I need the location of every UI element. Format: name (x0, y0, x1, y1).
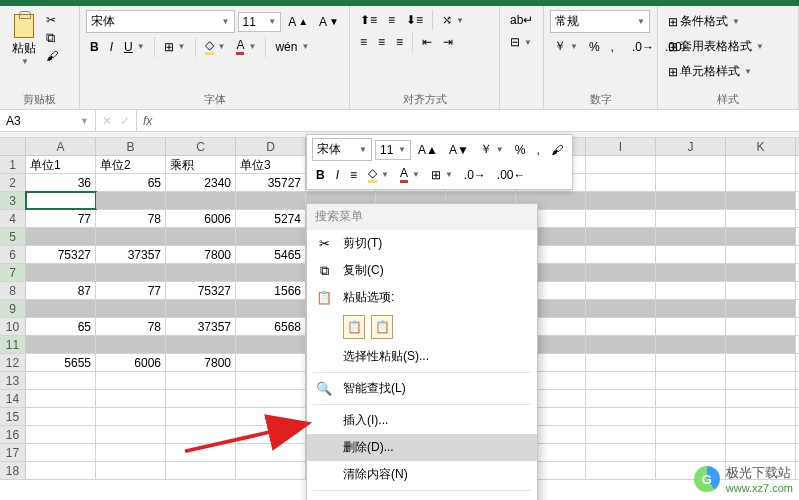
mini-font-color-icon[interactable]: A▼ (396, 163, 424, 186)
cell[interactable] (166, 426, 236, 443)
cell[interactable] (726, 156, 796, 173)
cell[interactable] (166, 444, 236, 461)
paste-option-2-icon[interactable]: 📋 (371, 315, 393, 339)
cell[interactable]: 35727 (236, 174, 306, 191)
menu-clear[interactable]: 清除内容(N) (307, 461, 537, 488)
cell[interactable]: 77 (96, 282, 166, 299)
copy-icon[interactable]: ⧉ (46, 30, 58, 46)
cell[interactable] (586, 318, 656, 335)
increase-font-icon[interactable]: A▲ (284, 12, 312, 32)
cell[interactable] (726, 228, 796, 245)
cell[interactable] (96, 300, 166, 317)
bold-button[interactable]: B (86, 37, 103, 57)
col-header[interactable]: B (96, 138, 166, 155)
cell[interactable] (26, 192, 96, 209)
enter-icon[interactable]: ✓ (120, 114, 130, 128)
cell[interactable] (656, 390, 726, 407)
cell[interactable] (586, 408, 656, 425)
cell[interactable] (26, 426, 96, 443)
cell[interactable] (166, 192, 236, 209)
cell[interactable] (586, 462, 656, 479)
mini-comma-icon[interactable]: , (532, 140, 543, 160)
cell[interactable] (586, 174, 656, 191)
cell[interactable]: 37357 (166, 318, 236, 335)
cell[interactable] (656, 246, 726, 263)
indent-right-icon[interactable]: ⇥ (439, 32, 457, 52)
cell[interactable] (166, 408, 236, 425)
cell[interactable] (236, 228, 306, 245)
row-header[interactable]: 6 (0, 246, 26, 263)
indent-left-icon[interactable]: ⇤ (418, 32, 436, 52)
cell[interactable] (586, 372, 656, 389)
cell[interactable] (26, 300, 96, 317)
cell[interactable] (586, 210, 656, 227)
cell[interactable]: 37357 (96, 246, 166, 263)
cell[interactable] (656, 408, 726, 425)
mini-dec1-icon[interactable]: .0→ (460, 165, 490, 185)
cell[interactable] (726, 354, 796, 371)
cell[interactable] (166, 390, 236, 407)
cell[interactable] (586, 156, 656, 173)
cell[interactable] (166, 336, 236, 353)
cell[interactable] (726, 282, 796, 299)
cell[interactable]: 65 (26, 318, 96, 335)
decrease-font-icon[interactable]: A▼ (315, 12, 343, 32)
cell[interactable] (656, 210, 726, 227)
cell[interactable] (236, 300, 306, 317)
cell[interactable]: 7800 (166, 354, 236, 371)
cell[interactable] (96, 192, 166, 209)
menu-smart-lookup[interactable]: 🔍智能查找(L) (307, 375, 537, 402)
cell[interactable] (26, 372, 96, 389)
merge-button[interactable]: ⊟▼ (506, 32, 536, 52)
paste-option-1-icon[interactable]: 📋 (343, 315, 365, 339)
cell[interactable] (96, 336, 166, 353)
cell[interactable] (656, 156, 726, 173)
row-header[interactable]: 13 (0, 372, 26, 389)
mini-fill-icon[interactable]: ◇▼ (364, 163, 393, 186)
cell[interactable] (26, 264, 96, 281)
align-bottom-icon[interactable]: ⬇≡ (402, 10, 427, 30)
cell[interactable] (726, 210, 796, 227)
cell[interactable] (166, 462, 236, 479)
cell[interactable] (236, 192, 306, 209)
align-top-icon[interactable]: ⬆≡ (356, 10, 381, 30)
cell[interactable] (96, 462, 166, 479)
comma-button[interactable]: , (607, 37, 618, 57)
phonetic-button[interactable]: wén▼ (271, 37, 313, 57)
cell[interactable] (656, 174, 726, 191)
cell[interactable]: 87 (26, 282, 96, 299)
cell[interactable] (96, 444, 166, 461)
cell[interactable]: 75327 (26, 246, 96, 263)
cell[interactable] (726, 300, 796, 317)
cell[interactable] (656, 444, 726, 461)
cell[interactable] (586, 426, 656, 443)
cell[interactable] (726, 390, 796, 407)
mini-format-painter-icon[interactable]: 🖌 (547, 140, 567, 160)
col-header[interactable]: D (236, 138, 306, 155)
wrap-text-icon[interactable]: ab↵ (506, 10, 537, 30)
currency-button[interactable]: ￥▼ (550, 35, 582, 58)
fx-label[interactable]: fx (137, 110, 158, 131)
cell[interactable]: 5655 (26, 354, 96, 371)
cell[interactable] (586, 336, 656, 353)
mini-increase-font-icon[interactable]: A▲ (414, 140, 442, 160)
cell[interactable] (236, 336, 306, 353)
menu-delete[interactable]: 删除(D)... (307, 434, 537, 461)
cell[interactable] (96, 372, 166, 389)
cell[interactable]: 6568 (236, 318, 306, 335)
cell[interactable] (656, 282, 726, 299)
menu-cut[interactable]: ✂剪切(T) (307, 230, 537, 257)
row-header[interactable]: 10 (0, 318, 26, 335)
cell[interactable] (586, 228, 656, 245)
cell[interactable]: 7800 (166, 246, 236, 263)
mini-italic-icon[interactable]: I (332, 165, 343, 185)
row-header[interactable]: 4 (0, 210, 26, 227)
col-header[interactable]: I (586, 138, 656, 155)
align-left-icon[interactable]: ≡ (356, 32, 371, 52)
format-painter-icon[interactable]: 🖌 (46, 49, 58, 63)
table-format-button[interactable]: ⊞ 套用表格格式▼ (664, 35, 768, 58)
cell[interactable] (726, 372, 796, 389)
cancel-icon[interactable]: ✕ (102, 114, 112, 128)
cell-style-button[interactable]: ⊞ 单元格样式▼ (664, 60, 756, 83)
cell[interactable] (726, 408, 796, 425)
